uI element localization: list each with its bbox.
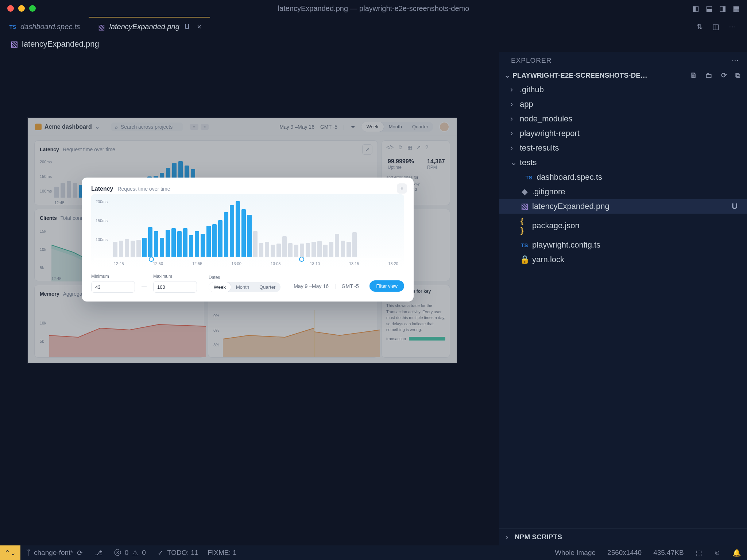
topbar-right: May 9 –May 16 GMT -5 | ⏷ Week Month Quar…	[279, 122, 449, 132]
file-playwright-config-ts[interactable]: TSplaywright.config.ts	[499, 238, 747, 252]
tree-item-label: dashboard.spec.ts	[537, 172, 602, 182]
file--gitignore[interactable]: ◆.gitignore	[499, 184, 747, 199]
tabstrip: TS dashboard.spec.ts ▧ latencyExpanded.p…	[0, 17, 747, 36]
date-range-label[interactable]: May 9 –May 16	[294, 283, 329, 289]
new-file-icon[interactable]: 🗎	[690, 71, 697, 79]
filter-chip[interactable]: ≡	[190, 124, 198, 130]
collapse-icon[interactable]: ⧉	[735, 71, 740, 79]
stat-value: 99.9999%	[388, 158, 414, 165]
split-editor-icon[interactable]: ◫	[712, 22, 719, 31]
filter-view-button[interactable]: Filter view	[369, 280, 404, 292]
folder-test-results[interactable]: ›test-results	[499, 141, 747, 155]
segment-week[interactable]: Week	[361, 122, 384, 132]
expand-icon[interactable]: ⤢	[362, 144, 372, 155]
layout-grid-icon[interactable]: ▦	[733, 4, 740, 13]
folder-tests[interactable]: ⌄tests	[499, 155, 747, 170]
date-range[interactable]: May 9 –May 16	[279, 124, 314, 130]
folder-app[interactable]: ›app	[499, 97, 747, 112]
zoom-window-button[interactable]	[29, 5, 36, 12]
ytick: 150ms	[96, 218, 108, 223]
bar	[183, 228, 187, 257]
layout-left-icon[interactable]: ◧	[692, 4, 699, 13]
segment-week[interactable]: Week	[209, 282, 231, 292]
card-body: This shows a trace for the Transaction a…	[382, 303, 450, 337]
source-graph-icon[interactable]: ⎇	[89, 549, 108, 557]
sync-icon[interactable]: ⟳	[77, 549, 83, 557]
new-folder-icon[interactable]: 🗀	[705, 71, 712, 79]
bar	[335, 234, 339, 257]
bar	[154, 231, 158, 257]
layout-right-icon[interactable]: ◨	[719, 4, 726, 13]
maximum-field: Maximum	[153, 274, 197, 293]
code-icon[interactable]: </>	[386, 144, 394, 150]
file-tree: ›.github›app›node_modules›playwright-rep…	[499, 82, 747, 268]
stat-label: Uptime	[388, 165, 402, 170]
layout-bottom-icon[interactable]: ⬓	[706, 4, 713, 13]
segment-quarter[interactable]: Quarter	[254, 282, 280, 292]
more-icon[interactable]: ⋯	[729, 22, 736, 31]
minimum-input[interactable]	[91, 281, 135, 293]
more-icon[interactable]: ⋯	[732, 56, 739, 65]
modal-title: Latency	[91, 186, 113, 192]
breadcrumb[interactable]: ▧ latencyExpanded.png	[0, 36, 747, 52]
ytick: 6%	[213, 328, 219, 332]
file-package-json[interactable]: { }package.json	[499, 214, 747, 238]
untracked-badge: U	[183, 23, 191, 31]
bar	[206, 226, 211, 257]
minimize-window-button[interactable]	[18, 5, 25, 12]
remote-indicator[interactable]: ⌃⌄	[0, 545, 20, 560]
maximum-input[interactable]	[153, 281, 197, 293]
bar	[276, 244, 281, 257]
timezone-label: GMT -5	[320, 124, 337, 130]
tab-dashboard-spec[interactable]: TS dashboard.spec.ts	[0, 17, 89, 36]
binary-icon[interactable]: ⬚	[690, 549, 708, 557]
folder-playwright-report[interactable]: ›playwright-report	[499, 126, 747, 141]
bell-icon[interactable]: 🔔	[727, 549, 747, 557]
card-subtitle: Request time over time	[63, 147, 115, 152]
segment-month[interactable]: Month	[384, 122, 407, 132]
project-header[interactable]: ⌄ PLAYWRIGHT-E2E-SCREENSHOTS-DE… 🗎 🗀 ⟳ ⧉	[499, 69, 747, 82]
file-latencyexpanded-png[interactable]: ▧latencyExpanded.pngU	[499, 199, 747, 214]
file-dashboard-spec-ts[interactable]: TSdashboard.spec.ts	[499, 170, 747, 184]
close-tab-icon[interactable]: ×	[197, 23, 201, 31]
npm-scripts-panel[interactable]: › NPM SCRIPTS	[499, 528, 747, 545]
project-actions: 🗎 🗀 ⟳ ⧉	[684, 71, 740, 79]
close-window-button[interactable]	[7, 5, 14, 12]
folder--github[interactable]: ›.github	[499, 82, 747, 97]
help-icon[interactable]: ?	[425, 144, 428, 150]
folder-node-modules[interactable]: ›node_modules	[499, 112, 747, 126]
compare-icon[interactable]: ⇅	[697, 22, 703, 31]
range-segment[interactable]: Week Month Quarter	[361, 122, 433, 132]
image-icon: ▧	[97, 23, 105, 31]
chevron-right-icon: ›	[510, 129, 516, 138]
search-input[interactable]: ⌕ Search across projects	[111, 122, 183, 131]
tab-latency-expanded[interactable]: ▧ latencyExpanded.png U ×	[89, 17, 210, 36]
filter-icon[interactable]: ⏷	[351, 124, 356, 130]
problems-group[interactable]: ⓧ0 ⚠0	[108, 548, 152, 557]
refresh-icon[interactable]: ⟳	[721, 71, 727, 79]
open-icon[interactable]: ↗	[417, 144, 421, 150]
dates-segment[interactable]: Week Month Quarter	[209, 282, 280, 292]
tree-item-label: package.json	[532, 221, 580, 230]
bar	[306, 243, 310, 257]
field-label: Dates	[209, 275, 280, 280]
card-title: Clients	[40, 215, 57, 221]
close-icon[interactable]: ×	[397, 183, 407, 194]
brand[interactable]: Acme dashboard ⌄	[35, 123, 100, 130]
feedback-icon[interactable]: ☺	[708, 549, 727, 557]
file-yarn-lock[interactable]: 🔒yarn.lock	[499, 252, 747, 267]
todo-group[interactable]: ✓ TODO: 11 FIXME: 1	[152, 549, 243, 557]
segment-month[interactable]: Month	[231, 282, 254, 292]
timezone-label: GMT -5	[342, 283, 359, 289]
branch-group[interactable]: ᛘ change-font* ⟳	[20, 549, 89, 557]
avatar[interactable]	[439, 122, 449, 132]
tree-item-label: .github	[520, 85, 544, 94]
ytick: 3%	[213, 343, 219, 347]
filter-chip-close[interactable]: ×	[201, 124, 209, 130]
window-title: latencyExpanded.png — playwright-e2e-scr…	[278, 4, 469, 13]
grid-icon[interactable]: ▦	[407, 144, 412, 150]
chevron-right-icon: ›	[510, 114, 516, 124]
segment-quarter[interactable]: Quarter	[407, 122, 433, 132]
image-mode[interactable]: Whole Image	[549, 549, 601, 557]
save-icon[interactable]: 🗎	[398, 144, 403, 150]
